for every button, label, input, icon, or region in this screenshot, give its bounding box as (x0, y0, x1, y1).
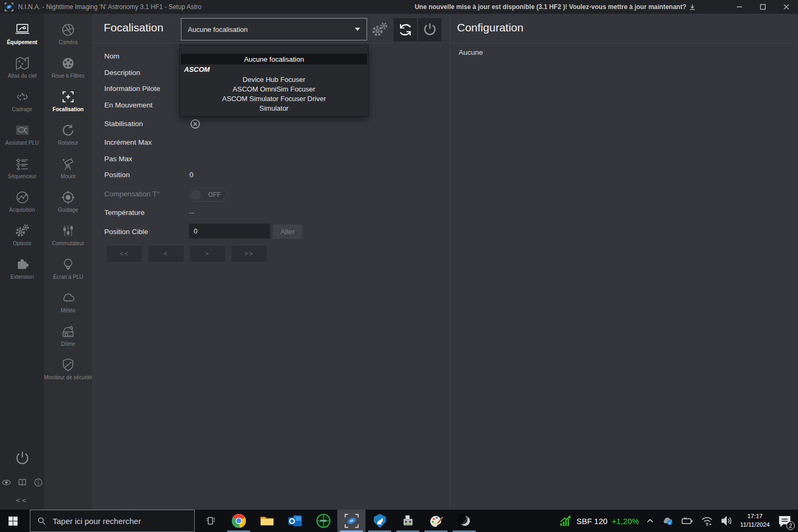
sidebar-item-plugins[interactable]: Extension (0, 254, 44, 287)
task-view-button[interactable] (202, 510, 220, 532)
target-position-input[interactable] (189, 223, 270, 239)
svg-text:PHD: PHD (320, 519, 327, 522)
svg-text:i: i (669, 521, 670, 525)
manual-book-icon[interactable] (17, 477, 28, 488)
dropdown-option[interactable]: Device Hub Focuser (180, 74, 368, 84)
equipment-item-label: Focalisation (53, 106, 84, 112)
taskbar-pegasus[interactable] (365, 510, 394, 532)
system-tray: SBF 120 +1,20% i (559, 510, 798, 532)
weather-tray-icon[interactable]: i (661, 514, 674, 527)
dropdown-option[interactable]: Simulator (180, 103, 368, 113)
update-message: Une nouvelle mise à jour est disponible … (414, 3, 686, 11)
framing-icon (14, 89, 30, 105)
equipment-item-guider[interactable]: Guidage (44, 187, 92, 220)
device-settings-button[interactable] (368, 18, 392, 41)
connect-device-button[interactable] (418, 18, 442, 41)
app-power-button[interactable] (0, 450, 44, 468)
power-icon (421, 21, 438, 38)
camera-icon (60, 22, 76, 38)
dropdown-option[interactable]: ASCOM Simulator Focuser Driver (180, 94, 368, 103)
eye-icon[interactable] (1, 477, 12, 488)
equipment-item-camera[interactable]: Caméra (44, 19, 92, 53)
equipment-item-switch[interactable]: Commutateur (44, 220, 92, 254)
sidebar-item-imaging[interactable]: Acquisition (0, 187, 44, 220)
dropdown-option[interactable]: ASCOM OmniSim Focuser (180, 84, 368, 94)
main-sidebar: Équipement Atlas du ciel Cadrage (0, 14, 44, 510)
update-notification[interactable]: Une nouvelle mise à jour est disponible … (414, 3, 696, 11)
sidebar-item-equipment[interactable]: Équipement (0, 19, 44, 53)
maximize-button[interactable] (751, 0, 775, 14)
pegasus-app-icon (372, 513, 388, 529)
minimize-button[interactable] (728, 0, 751, 14)
dropdown-option-selected[interactable]: Aucune focalisation (181, 54, 367, 64)
taskbar-phd2[interactable]: PHD (309, 510, 337, 532)
equipment-item-safety-monitor[interactable]: Moniteur de sécurité (44, 354, 92, 388)
rescan-devices-button[interactable] (394, 18, 417, 41)
close-button[interactable] (775, 0, 798, 14)
taskbar-dark-app[interactable] (450, 510, 478, 532)
move-fast-right-button[interactable]: >> (231, 246, 267, 262)
start-button[interactable] (0, 510, 26, 532)
volume-icon[interactable] (720, 514, 733, 527)
settle-cross-icon (189, 118, 201, 130)
sidebar-item-framing[interactable]: Cadrage (0, 86, 44, 120)
notification-center-button[interactable]: 2 (777, 513, 793, 529)
download-icon[interactable] (689, 4, 696, 11)
info-icon[interactable] (33, 477, 44, 488)
focuser-device-dropdown[interactable]: Aucune focalisation (181, 18, 367, 40)
sidebar-collapse-button[interactable]: << (0, 496, 44, 504)
equipment-item-label: Commutateur (52, 240, 85, 246)
sidebar-item-label: Assistant PLU (5, 140, 39, 146)
taskbar-apps: PHD (225, 510, 478, 532)
move-right-button[interactable]: > (190, 246, 225, 262)
clock-time: 17:17 (740, 512, 770, 521)
taskbar-search[interactable]: Taper ici pour rechercher (30, 510, 195, 532)
sidebar-item-label: Atlas du ciel (8, 73, 37, 79)
field-label-max-step: Pas Max (104, 155, 132, 163)
refresh-icon (397, 21, 414, 38)
equipment-item-label: Moniteur de sécurité (44, 375, 93, 380)
sidebar-item-sky-atlas[interactable]: Atlas du ciel (0, 53, 44, 86)
go-button[interactable]: Aller (273, 225, 302, 239)
configuration-title: Configuration (457, 21, 523, 34)
taskbar-paint[interactable] (422, 510, 450, 532)
guider-icon (60, 189, 76, 205)
equipment-item-mount[interactable]: Mount (44, 153, 92, 187)
taskbar-clock[interactable]: 17:17 11/11/2024 (740, 512, 770, 529)
sidebar-item-sequencer[interactable]: Séquenceur (0, 153, 44, 187)
equipment-item-rotator[interactable]: Rotateur (44, 120, 92, 153)
taskbar-outlook[interactable] (281, 510, 309, 532)
equipment-item-weather[interactable]: Météo (44, 287, 92, 321)
header-divider (450, 43, 798, 43)
field-label-moving: En Mouvement (104, 101, 153, 109)
equipment-item-dome[interactable]: Dôme (44, 321, 92, 354)
sky-atlas-icon (14, 55, 30, 71)
taskbar-device-app[interactable] (394, 510, 422, 532)
equipment-item-filter-wheel[interactable]: Roue à Filtres (44, 53, 92, 86)
battery-icon[interactable] (681, 514, 694, 527)
move-fast-left-button[interactable]: << (107, 246, 142, 262)
sidebar-item-options[interactable]: Options (0, 220, 44, 254)
field-label-temp-comp: Compensation T° (104, 190, 160, 198)
field-label-settle: Stabilisation (104, 120, 143, 128)
equipment-sidebar: Caméra Roue à Filtres Focalisation (44, 14, 92, 510)
equipment-item-label: Dôme (61, 341, 76, 347)
stock-widget[interactable]: SBF 120 +1,20% (559, 514, 639, 527)
move-left-button[interactable]: < (148, 246, 184, 262)
taskbar-chrome[interactable] (225, 510, 253, 532)
sidebar-item-flat-wizard[interactable]: Assistant PLU (0, 120, 44, 153)
equipment-item-focuser[interactable]: Focalisation (44, 86, 92, 120)
taskbar-nina[interactable] (337, 510, 365, 532)
flat-wizard-icon (14, 122, 30, 138)
switch-icon (60, 223, 76, 239)
sidebar-item-label: Équipement (7, 39, 37, 45)
window-title: N.I.N.A. - Nighttime Imaging 'N' Astrono… (18, 3, 202, 11)
wifi-icon[interactable] (701, 514, 713, 527)
plugin-icon (14, 256, 30, 272)
outlook-icon (287, 513, 303, 529)
taskbar-file-explorer[interactable] (253, 510, 281, 532)
equipment-item-flat-panel[interactable]: Écran à PLU (44, 254, 92, 287)
temp-comp-toggle[interactable]: OFF (189, 188, 227, 202)
equipment-icon (14, 22, 30, 38)
tray-expand-chevron-icon[interactable] (646, 517, 654, 525)
